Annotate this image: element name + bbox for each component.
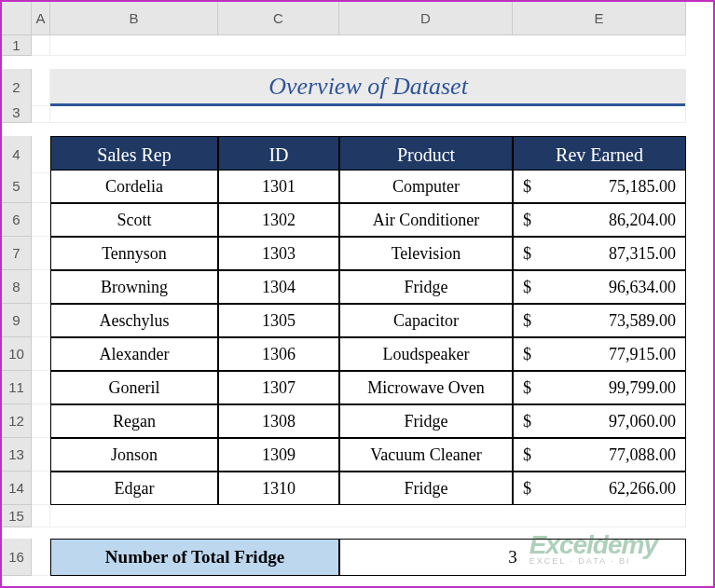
table-cell-rev[interactable]: $73,589.00	[513, 304, 686, 337]
table-cell-rev[interactable]: $96,634.00	[513, 270, 686, 304]
table-cell-rev[interactable]: $97,060.00	[513, 404, 686, 438]
row-header-16[interactable]: 16	[2, 539, 32, 576]
table-cell-product[interactable]: Fridge	[339, 404, 513, 438]
cell-A15[interactable]	[32, 505, 50, 527]
row-header-4[interactable]: 4	[2, 136, 32, 173]
cell-A16[interactable]	[32, 539, 50, 576]
currency-symbol: $	[523, 244, 531, 264]
row-header-9[interactable]: 9	[2, 304, 32, 337]
currency-symbol: $	[523, 345, 531, 364]
table-cell-rev[interactable]: $99,799.00	[513, 371, 686, 404]
summary-value[interactable]: 3	[339, 539, 686, 576]
table-cell-rev[interactable]: $62,266.00	[513, 472, 686, 505]
row-header-5[interactable]: 5	[2, 170, 32, 203]
currency-value: 77,088.00	[531, 445, 676, 465]
page-title[interactable]: Overview of Dataset	[50, 69, 686, 106]
table-cell-rev[interactable]: $87,315.00	[513, 237, 686, 270]
col-header-B[interactable]: B	[50, 2, 218, 35]
cell-A12[interactable]	[32, 404, 50, 438]
row-header-2[interactable]: 2	[2, 69, 32, 106]
col-header-A[interactable]: A	[32, 2, 50, 35]
table-cell-rev[interactable]: $86,204.00	[513, 203, 686, 237]
currency-value: 75,185.00	[531, 177, 676, 197]
table-cell-id[interactable]: 1301	[218, 170, 339, 203]
table-cell-rep[interactable]: Cordelia	[50, 170, 218, 203]
cell-A6[interactable]	[32, 203, 50, 237]
table-cell-id[interactable]: 1308	[218, 404, 339, 438]
cell-A13[interactable]	[32, 438, 50, 472]
cell-A5[interactable]	[32, 170, 50, 203]
table-cell-rep[interactable]: Tennyson	[50, 237, 218, 270]
table-cell-product[interactable]: Air Conditioner	[339, 203, 513, 237]
table-cell-rep[interactable]: Aeschylus	[50, 304, 218, 337]
table-header-product[interactable]: Product	[339, 136, 513, 173]
table-header-rep[interactable]: Sales Rep	[50, 136, 218, 173]
table-cell-id[interactable]: 1304	[218, 270, 339, 304]
cell-A11[interactable]	[32, 371, 50, 404]
table-cell-rep[interactable]: Regan	[50, 404, 218, 438]
table-header-rev[interactable]: Rev Earned	[513, 136, 686, 173]
cell-A3[interactable]	[32, 103, 50, 123]
table-cell-id[interactable]: 1309	[218, 438, 339, 472]
row-header-8[interactable]: 8	[2, 270, 32, 304]
table-cell-product[interactable]: Microwave Oven	[339, 371, 513, 404]
row-header-3[interactable]: 3	[2, 103, 32, 123]
table-cell-rev[interactable]: $77,088.00	[513, 438, 686, 472]
table-cell-id[interactable]: 1305	[218, 304, 339, 337]
table-cell-id[interactable]: 1303	[218, 237, 339, 270]
cell-A8[interactable]	[32, 270, 50, 304]
currency-value: 86,204.00	[531, 211, 676, 230]
table-cell-rev[interactable]: $75,185.00	[513, 170, 686, 203]
row-header-10[interactable]: 10	[2, 337, 32, 371]
table-cell-product[interactable]: Capacitor	[339, 304, 513, 337]
cell-A1[interactable]	[32, 35, 50, 56]
row-header-15[interactable]: 15	[2, 505, 32, 527]
table-cell-id[interactable]: 1310	[218, 472, 339, 505]
cell-row3[interactable]	[50, 103, 686, 123]
currency-value: 62,266.00	[531, 479, 676, 499]
table-cell-product[interactable]: Television	[339, 237, 513, 270]
table-cell-product[interactable]: Fridge	[339, 472, 513, 505]
cell-A4[interactable]	[32, 136, 50, 173]
cell-A7[interactable]	[32, 237, 50, 270]
cell-A14[interactable]	[32, 472, 50, 505]
currency-symbol: $	[523, 445, 531, 465]
col-header-C[interactable]: C	[218, 2, 339, 35]
table-cell-rep[interactable]: Edgar	[50, 472, 218, 505]
table-cell-rep[interactable]: Scott	[50, 203, 218, 237]
currency-value: 87,315.00	[531, 244, 676, 264]
table-cell-rep[interactable]: Alexander	[50, 337, 218, 371]
cell-A10[interactable]	[32, 337, 50, 371]
table-cell-product[interactable]: Fridge	[339, 270, 513, 304]
row-header-1[interactable]: 1	[2, 35, 32, 56]
cell-A9[interactable]	[32, 304, 50, 337]
row-header-6[interactable]: 6	[2, 203, 32, 237]
table-cell-rep[interactable]: Goneril	[50, 371, 218, 404]
cell-A2[interactable]	[32, 69, 50, 106]
row-header-14[interactable]: 14	[2, 472, 32, 505]
col-header-E[interactable]: E	[513, 2, 686, 35]
table-cell-id[interactable]: 1302	[218, 203, 339, 237]
table-cell-product[interactable]: Loudspeaker	[339, 337, 513, 371]
select-all-corner[interactable]	[2, 2, 32, 35]
row-header-13[interactable]: 13	[2, 438, 32, 472]
row-header-7[interactable]: 7	[2, 237, 32, 270]
table-header-id[interactable]: ID	[218, 136, 339, 173]
row-header-11[interactable]: 11	[2, 371, 32, 404]
table-cell-id[interactable]: 1306	[218, 337, 339, 371]
cell-row15[interactable]	[50, 505, 686, 527]
currency-symbol: $	[523, 311, 531, 331]
table-cell-id[interactable]: 1307	[218, 371, 339, 404]
currency-symbol: $	[523, 177, 531, 197]
currency-value: 73,589.00	[531, 311, 676, 331]
table-cell-rep[interactable]: Jonson	[50, 438, 218, 472]
currency-symbol: $	[523, 278, 531, 297]
row-header-12[interactable]: 12	[2, 404, 32, 438]
table-cell-product[interactable]: Computer	[339, 170, 513, 203]
table-cell-product[interactable]: Vacuum Cleaner	[339, 438, 513, 472]
table-cell-rev[interactable]: $77,915.00	[513, 337, 686, 371]
col-header-D[interactable]: D	[339, 2, 513, 35]
table-cell-rep[interactable]: Browning	[50, 270, 218, 304]
summary-label[interactable]: Number of Total Fridge	[50, 539, 339, 576]
cell-B1[interactable]	[50, 35, 686, 56]
